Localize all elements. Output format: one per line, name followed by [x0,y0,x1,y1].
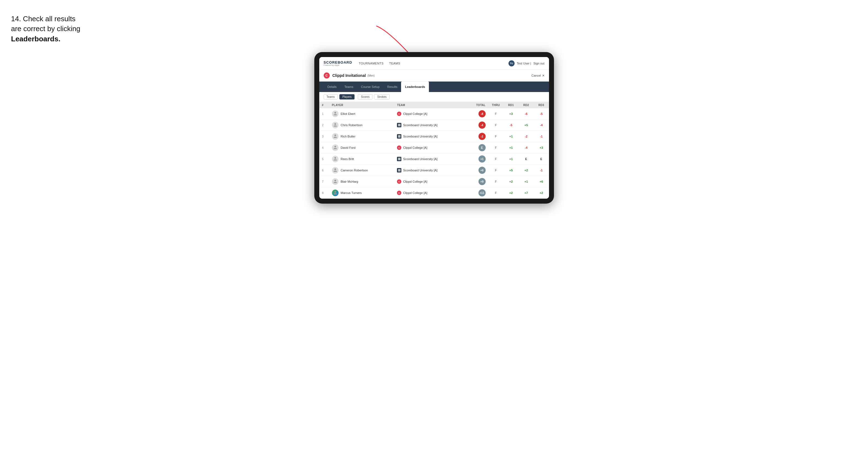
filter-teams[interactable]: Teams [324,94,338,99]
player-name: David Ford [341,146,355,149]
signout-link[interactable]: Sign out [533,62,544,65]
user-name: Test User | [517,62,531,65]
tab-details[interactable]: Details [324,82,341,92]
cell-rd2: +2 [519,165,534,176]
tournament-header: C Clippd Invitational (Men) Cancel ✕ [319,70,549,82]
player-name: Elliot Ebert [341,112,355,116]
player-name: Cameron Robertson [341,168,368,172]
cell-rank: 5 [319,153,329,165]
cell-rd3: -5 [534,108,549,120]
svg-point-5 [334,157,336,159]
cell-total: +6 [466,165,488,176]
col-total: TOTAL [466,102,488,108]
filter-row: Teams Players Scores Strokes [319,92,549,102]
filter-scores[interactable]: Scores [358,94,372,99]
cell-rank: 1 [319,108,329,120]
col-team: TEAM [394,102,466,108]
cell-rd3: +3 [534,142,549,153]
svg-point-8 [334,191,336,193]
table-row: 5Rees BrittScoreboard University [A]+1F+… [319,153,549,165]
cell-rank: 4 [319,142,329,153]
col-rd2: RD2 [519,102,534,108]
cell-thru: F [488,165,503,176]
cell-total: -8 [466,108,488,120]
tab-results[interactable]: Results [383,82,401,92]
cell-rd2: -6 [519,108,534,120]
col-rd3: RD3 [534,102,549,108]
tab-leaderboards[interactable]: Leaderboards [401,82,429,92]
cell-player: Chris Robertson [329,120,395,131]
cell-rd1: +1 [503,153,519,165]
col-rank: # [319,102,329,108]
nav-link-teams[interactable]: TEAMS [389,61,400,66]
tab-teams[interactable]: Teams [340,82,357,92]
cell-rd2: -4 [519,142,534,153]
cell-rd2: +1 [519,176,534,187]
cell-rd1: +1 [503,142,519,153]
nav-link-tournaments[interactable]: TOURNAMENTS [359,61,383,66]
team-name: Scoreboard University [A] [403,135,437,138]
tournament-name: Clippd Invitational [333,73,366,78]
cell-thru: F [488,120,503,131]
player-name: Chris Robertson [341,123,363,127]
cell-total: -4 [466,120,488,131]
instruction-text: 14. Check all results are correct by cli… [11,14,105,44]
nav-links: TOURNAMENTS TEAMS [359,61,508,66]
user-avatar: TU [508,60,515,66]
cell-player: Rich Butler [329,131,395,142]
filter-players[interactable]: Players [339,94,354,99]
cell-rd1: +1 [503,131,519,142]
player-name: Marcus Turners [341,191,362,194]
team-name: Clippd College [A] [403,180,427,183]
team-name: Clippd College [A] [403,146,427,149]
cell-thru: F [488,187,503,199]
team-name: Scoreboard University [A] [403,168,437,172]
app-nav: SCOREBOARD Powered by clippd TOURNAMENTS… [319,57,549,70]
team-name: Scoreboard University [A] [403,123,437,127]
player-name: Blair McHarg [341,180,359,183]
table-row: 8Marcus TurnersCClippd College [A]+11F+2… [319,187,549,199]
cell-total: +11 [466,187,488,199]
tab-course-setup[interactable]: Course Setup [357,82,383,92]
table-row: 6Cameron RobertsonScoreboard University … [319,165,549,176]
cell-thru: F [488,108,503,120]
svg-point-3 [334,134,336,136]
cell-player: Blair McHarg [329,176,395,187]
cell-thru: F [488,176,503,187]
cell-player: Cameron Robertson [329,165,395,176]
cell-team: Scoreboard University [A] [394,131,466,142]
cell-total: E [466,142,488,153]
leaderboard-table: # PLAYER TEAM TOTAL THRU RD1 RD2 RD3 1El… [319,102,549,199]
filter-strokes[interactable]: Strokes [374,94,390,99]
svg-point-7 [334,180,336,181]
cell-thru: F [488,153,503,165]
cell-total: +9 [466,176,488,187]
cell-rd3: +6 [534,176,549,187]
cancel-button[interactable]: Cancel ✕ [531,74,544,77]
cell-rd1: +2 [503,176,519,187]
nav-user: TU Test User | Sign out [508,60,545,66]
cell-total: -2 [466,131,488,142]
cell-rank: 6 [319,165,329,176]
cell-rd1: +5 [503,165,519,176]
cell-player: David Ford [329,142,395,153]
cell-thru: F [488,131,503,142]
team-name: Scoreboard University [A] [403,157,437,161]
team-name: Clippd College [A] [403,112,427,116]
cell-rd3: -1 [534,131,549,142]
player-name: Rich Butler [341,135,355,138]
close-icon: ✕ [542,74,545,77]
cell-team: Scoreboard University [A] [394,120,466,131]
svg-point-4 [334,146,336,147]
cell-rank: 2 [319,120,329,131]
cell-team: CClippd College [A] [394,142,466,153]
tab-bar: Details Teams Course Setup Results Leade… [319,82,549,92]
col-thru: THRU [488,102,503,108]
table-row: 3Rich ButlerScoreboard University [A]-2F… [319,131,549,142]
svg-point-6 [334,168,336,170]
cell-rd1: +3 [503,108,519,120]
team-name: Clippd College [A] [403,191,427,194]
cell-rd1: +2 [503,187,519,199]
logo-sub: Powered by clippd [324,64,352,66]
table-row: 1Elliot EbertCClippd College [A]-8F+3-6-… [319,108,549,120]
